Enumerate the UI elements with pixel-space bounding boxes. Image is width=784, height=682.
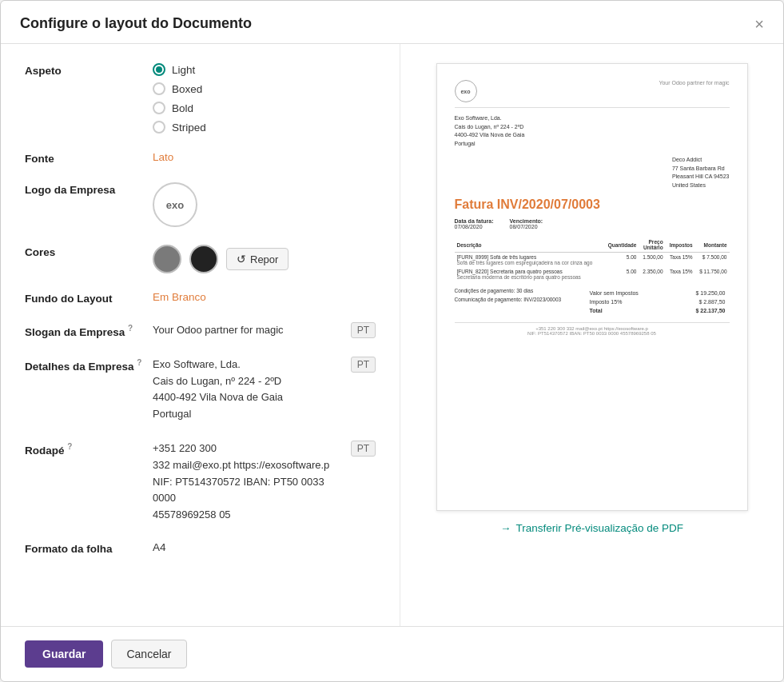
inv-cell-desc-2: [FURN_8220] Secretaria para quatro pesso… bbox=[455, 267, 604, 281]
cores-value: ↺ Repor bbox=[153, 245, 376, 273]
inv-communication: Comunicação de pagamento: INV/2023/00003 bbox=[455, 297, 562, 302]
company-logo[interactable]: exo bbox=[153, 182, 197, 227]
inv-cell-amount-2: $ 11.750,00 bbox=[695, 267, 730, 281]
colors-row: ↺ Repor bbox=[153, 245, 376, 273]
radio-group-aspeto: Light Boxed Bold Striped bbox=[153, 63, 376, 134]
aspeto-label: Aspeto bbox=[25, 63, 153, 77]
inv-row-2: [FURN_8220] Secretaria para quatro pesso… bbox=[455, 267, 730, 281]
radio-boxed[interactable]: Boxed bbox=[153, 82, 376, 95]
pdf-link[interactable]: → Transferir Pré-visualização de PDF bbox=[500, 522, 683, 534]
th-desc: Descrição bbox=[455, 237, 604, 253]
pdf-link-text: Transferir Pré-visualização de PDF bbox=[515, 522, 683, 534]
slogan-row: Slogan da Empresa ? Your Odoo partner fo… bbox=[25, 322, 376, 339]
formato-selected: A4 bbox=[153, 541, 166, 553]
th-amount: Montante bbox=[695, 237, 730, 253]
aspeto-options: Light Boxed Bold Striped bbox=[153, 63, 376, 134]
th-tax: Impostos bbox=[666, 237, 695, 253]
radio-striped-label: Striped bbox=[172, 122, 206, 134]
detalhes-row: Detalhes da Empresa ? Exo Software, Lda.… bbox=[25, 357, 376, 423]
inv-cell-qty-2: 5.00 bbox=[603, 267, 639, 281]
reset-icon: ↺ bbox=[237, 253, 246, 265]
radio-striped[interactable]: Striped bbox=[153, 121, 376, 134]
logo-value: exo bbox=[153, 182, 376, 227]
inv-date: Data da fatura: 07/08/2020 bbox=[455, 218, 494, 229]
dialog-body: Aspeto Light Boxed Bold bbox=[1, 44, 783, 626]
inv-title: Fatura INV/2020/07/0003 bbox=[455, 197, 730, 212]
fundo-value: Em Branco bbox=[153, 291, 376, 303]
configure-layout-dialog: Configure o layout do Documento × Aspeto… bbox=[0, 0, 784, 682]
invoice-preview: exo Your Odoo partner for magic Exo Soft… bbox=[436, 63, 748, 511]
fundo-row: Fundo do Layout Em Branco bbox=[25, 291, 376, 305]
guardar-button[interactable]: Guardar bbox=[25, 640, 103, 668]
radio-boxed-circle bbox=[153, 82, 165, 95]
logo-label: Logo da Empresa bbox=[25, 182, 153, 196]
total-row-1: Valor sem Impostos $ 19.250,00 bbox=[587, 289, 728, 297]
fundo-selected[interactable]: Em Branco bbox=[153, 291, 206, 303]
color-swatch-1[interactable] bbox=[153, 245, 181, 273]
slogan-lang[interactable]: PT bbox=[351, 322, 376, 338]
logo-row: Logo da Empresa exo bbox=[25, 182, 376, 227]
inv-sender: Exo Software, Lda. Cais do Lugan, nº 224… bbox=[455, 114, 730, 148]
inv-cell-tax-1: Taxa 15% bbox=[666, 253, 695, 268]
radio-light[interactable]: Light bbox=[153, 63, 376, 76]
fundo-label: Fundo do Layout bbox=[25, 291, 153, 305]
detalhes-text: Exo Software, Lda. Cais do Lugan, nº 224… bbox=[153, 357, 343, 423]
rodape-lang[interactable]: PT bbox=[351, 441, 376, 457]
fonte-value: Lato bbox=[153, 151, 376, 163]
formato-label: Formato da folha bbox=[25, 541, 153, 555]
cores-label: Cores bbox=[25, 245, 153, 258]
inv-due: Vencimento: 08/07/2020 bbox=[510, 218, 543, 229]
inv-addresses: Deco Addict 77 Santa Barbara Rd Pleasant… bbox=[455, 156, 730, 189]
radio-light-circle bbox=[153, 63, 165, 76]
color-swatch-2[interactable] bbox=[189, 245, 218, 273]
inv-dates: Data da fatura: 07/08/2020 Vencimento: 0… bbox=[455, 218, 730, 229]
inv-conditions: Condições de pagamento: 30 dias bbox=[455, 288, 562, 293]
close-button[interactable]: × bbox=[754, 16, 764, 32]
inv-cell-price-2: 2.350,00 bbox=[639, 267, 665, 281]
slogan-label: Slogan da Empresa ? bbox=[25, 322, 153, 338]
cores-row: Cores ↺ Repor bbox=[25, 245, 376, 273]
inv-cell-price-1: 1.500,00 bbox=[639, 253, 665, 268]
rodape-value-container: +351 220 300 332 mail@exo.pt https://exo… bbox=[153, 441, 376, 524]
left-panel: Aspeto Light Boxed Bold bbox=[1, 44, 400, 626]
reset-colors-button[interactable]: ↺ Repor bbox=[226, 248, 289, 270]
fonte-row: Fonte Lato bbox=[25, 151, 376, 165]
rodape-label: Rodapé ? bbox=[25, 441, 153, 457]
inv-cell-amount-1: $ 7.500,00 bbox=[695, 253, 730, 268]
inv-tagline: Your Odoo partner for magic bbox=[659, 80, 729, 86]
dialog-header: Configure o layout do Documento × bbox=[1, 1, 783, 44]
slogan-text: Your Odoo partner for magic bbox=[153, 322, 343, 339]
total-row-2: Imposto 15% $ 2.887,50 bbox=[587, 298, 728, 305]
inv-row-1: [FURN_8999] Sofá de três lugaresSofá de … bbox=[455, 253, 730, 268]
detalhes-lang[interactable]: PT bbox=[351, 357, 376, 373]
cancelar-button[interactable]: Cancelar bbox=[111, 640, 186, 668]
formato-row: Formato da folha A4 bbox=[25, 541, 376, 555]
inv-cell-qty-1: 5.00 bbox=[603, 253, 639, 268]
radio-bold-label: Bold bbox=[172, 102, 193, 114]
inv-totals-table: Valor sem Impostos $ 19.250,00 Imposto 1… bbox=[586, 288, 730, 316]
detalhes-value-container: Exo Software, Lda. Cais do Lugan, nº 224… bbox=[153, 357, 376, 423]
radio-light-label: Light bbox=[172, 64, 195, 76]
th-qty: Quantidade bbox=[603, 237, 639, 253]
total-row-3: Total $ 22.137,50 bbox=[587, 307, 728, 314]
inv-header: exo Your Odoo partner for magic bbox=[455, 80, 730, 108]
rodape-text: +351 220 300 332 mail@exo.pt https://exo… bbox=[153, 441, 343, 524]
inv-conditions-block: Condições de pagamento: 30 dias Comunica… bbox=[455, 288, 562, 305]
dialog-footer: Guardar Cancelar bbox=[1, 626, 783, 681]
slogan-value-container: Your Odoo partner for magic PT bbox=[153, 322, 376, 339]
formato-value: A4 bbox=[153, 541, 376, 553]
inv-cell-desc-1: [FURN_8999] Sofá de três lugaresSofá de … bbox=[455, 253, 604, 268]
inv-table: Descrição Quantidade PreçoUnitário Impos… bbox=[455, 237, 730, 281]
th-price: PreçoUnitário bbox=[639, 237, 665, 253]
rodape-row-outer: Rodapé ? +351 220 300 332 mail@exo.pt ht… bbox=[25, 441, 376, 524]
inv-recipient: Deco Addict 77 Santa Barbara Rd Pleasant… bbox=[672, 156, 730, 189]
radio-striped-circle bbox=[153, 121, 165, 134]
fonte-selected[interactable]: Lato bbox=[153, 151, 173, 163]
detalhes-label: Detalhes da Empresa ? bbox=[25, 357, 153, 373]
fonte-label: Fonte bbox=[25, 151, 153, 165]
inv-cell-tax-2: Taxa 15% bbox=[666, 267, 695, 281]
radio-bold[interactable]: Bold bbox=[153, 102, 376, 114]
dialog-title: Configure o layout do Documento bbox=[20, 15, 252, 32]
radio-bold-circle bbox=[153, 102, 165, 114]
aspeto-row: Aspeto Light Boxed Bold bbox=[25, 63, 376, 134]
